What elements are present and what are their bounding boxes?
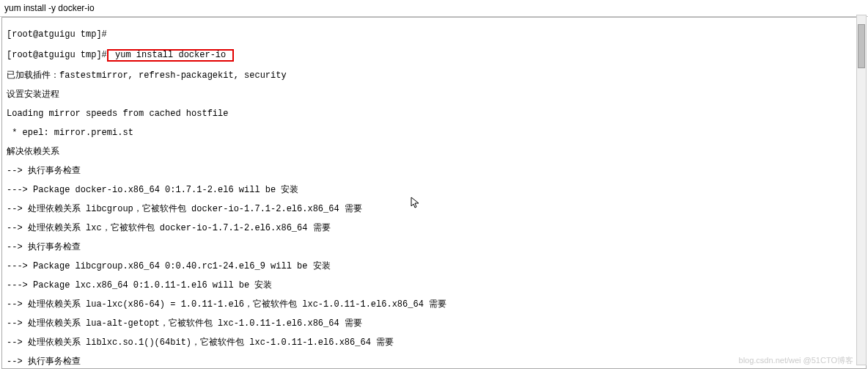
output-line: --> 执行事务检查 [7,167,861,176]
terminal-pane: [root@atguigu tmp]# [root@atguigu tmp]# … [1,17,867,369]
output-line: ---> Package lxc.x86_64 0:1.0.11-1.el6 w… [7,281,861,291]
output-line: * epel: mirror.premi.st [7,128,861,138]
output-line: 设置安装进程 [7,90,861,100]
output-line: --> 处理依赖关系 lua-alt-getopt，它被软件包 lxc-1.0.… [7,319,861,329]
output-line: 已加载插件：fastestmirror, refresh-packagekit,… [7,71,861,81]
output-line: 解决依赖关系 [7,147,861,157]
output-line: Loading mirror speeds from cached hostfi… [7,109,861,119]
prompt-line: [root@atguigu tmp]# yum install docker-i… [7,49,861,62]
output-line: --> 执行事务检查 [7,243,861,252]
output-line: ---> Package docker-io.x86_64 0:1.7.1-2.… [7,186,861,195]
prompt-text: [root@atguigu tmp]# [7,50,107,60]
prompt-truncated: [root@atguigu tmp]# [7,30,861,40]
scrollbar-thumb[interactable] [858,24,865,68]
terminal-output[interactable]: [root@atguigu tmp]# [root@atguigu tmp]# … [2,18,866,368]
vertical-scrollbar[interactable] [856,15,867,365]
highlighted-command: yum install docker-io [107,49,235,62]
output-line: --> 执行事务检查 [7,357,861,367]
output-line: --> 处理依赖关系 lua-lxc(x86-64) = 1.0.11-1.el… [7,300,861,310]
watermark-text: blog.csdn.net/wei @51CTO博客 [739,355,853,366]
output-line: ---> Package libcgroup.x86_64 0:0.40.rc1… [7,262,861,271]
output-line: --> 处理依赖关系 lxc，它被软件包 docker-io-1.7.1-2.e… [7,224,861,233]
output-line: --> 处理依赖关系 liblxc.so.1()(64bit)，它被软件包 lx… [7,338,861,348]
window-title: yum install -y docker-io [0,0,868,17]
output-line: --> 处理依赖关系 libcgroup，它被软件包 docker-io-1.7… [7,205,861,214]
